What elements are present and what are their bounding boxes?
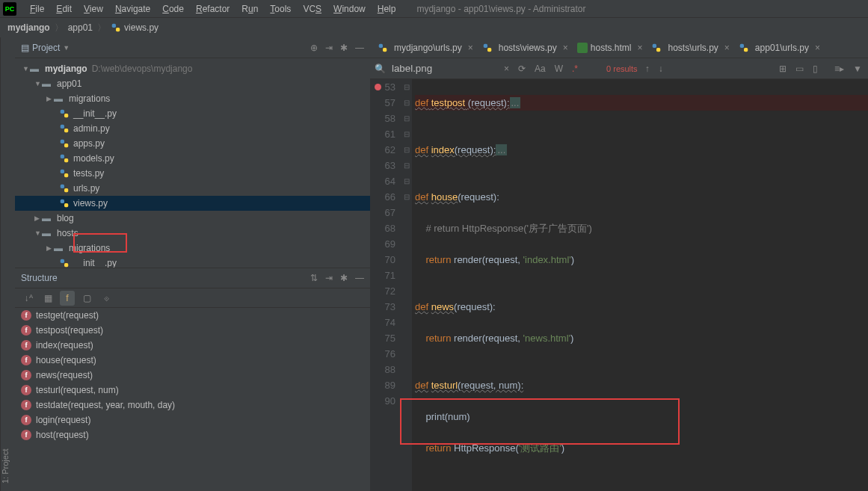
tree-app01[interactable]: app01 xyxy=(57,78,81,89)
project-tree[interactable]: ▼▬mydjangoD:\web\devops\mydjango ▼▬app01… xyxy=(15,58,370,268)
hide-icon[interactable]: — xyxy=(355,43,364,53)
structure-list[interactable]: ftestget(request) ftestpost(request) fin… xyxy=(15,308,370,491)
title-bar: PC File Edit View Navigate Code Refactor… xyxy=(0,0,868,18)
svg-rect-20 xyxy=(483,43,487,47)
tab-hosts-html[interactable]: hosts.html× xyxy=(573,38,647,58)
tree-migrations[interactable]: migrations xyxy=(69,93,110,104)
pycharm-logo: PC xyxy=(3,2,16,16)
breadcrumb-project[interactable]: mydjango xyxy=(7,22,50,33)
struct-index[interactable]: index(request) xyxy=(36,340,93,351)
struct-testpost[interactable]: testpost(request) xyxy=(36,325,103,336)
svg-rect-14 xyxy=(61,200,64,203)
struct-login[interactable]: login(request) xyxy=(36,415,90,425)
tree-hosts[interactable]: hosts xyxy=(57,228,79,238)
menu-file[interactable]: File xyxy=(24,4,50,14)
autoscroll-icon[interactable]: ⟐ xyxy=(99,291,114,306)
structure-hide-icon[interactable]: — xyxy=(355,273,364,283)
menu-navigate[interactable]: Navigate xyxy=(109,4,156,14)
struct-testget[interactable]: testget(request) xyxy=(36,310,99,321)
tree-views[interactable]: views.py xyxy=(73,198,108,209)
menu-vcs[interactable]: VCS xyxy=(297,4,327,14)
locate-icon[interactable]: ⊕ xyxy=(310,43,318,53)
menu-run[interactable]: Run xyxy=(236,4,264,14)
tree-hosts-init[interactable]: __init__.py xyxy=(73,258,117,268)
show-inherited-icon[interactable]: ▢ xyxy=(79,291,94,306)
filter-icon[interactable]: ▼ xyxy=(852,64,864,74)
select-all-icon[interactable]: ▭ xyxy=(794,64,805,74)
struct-testdate[interactable]: testdate(request, year, mouth, day) xyxy=(36,400,175,410)
sort-alpha-icon[interactable]: ↓ᴬ xyxy=(21,291,36,306)
find-bar: 🔍 × ⟳ Aa W .* 0 results ↑ ↓ ⊞ ▭ ▯ ≡▸ ▼ xyxy=(370,58,868,79)
tree-apps[interactable]: apps.py xyxy=(73,138,105,149)
menu-tools[interactable]: Tools xyxy=(264,4,297,14)
menu-code[interactable]: Code xyxy=(156,4,190,14)
fold-gutter[interactable]: ⊟⊟⊟⊟⊟⊟⊟⊟ xyxy=(401,79,412,491)
menu-refactor[interactable]: Refactor xyxy=(190,4,236,14)
struct-host[interactable]: host(request) xyxy=(36,430,89,440)
tree-init[interactable]: __init__.py xyxy=(73,108,117,119)
structure-settings-icon[interactable]: ✱ xyxy=(340,273,348,283)
find-settings-icon[interactable]: ≡▸ xyxy=(833,64,846,74)
code-editor[interactable]: 53 57 58 61 62 63 64 66 67 68 69 70 71 7… xyxy=(370,79,868,491)
menu-help[interactable]: Help xyxy=(372,4,402,14)
svg-rect-1 xyxy=(116,28,120,31)
struct-testurl[interactable]: testurl(request, num) xyxy=(36,385,119,395)
settings-icon[interactable]: ✱ xyxy=(340,43,348,53)
clear-icon[interactable]: × xyxy=(502,64,511,74)
svg-rect-13 xyxy=(64,188,68,192)
structure-sort-icon[interactable]: ⇅ xyxy=(310,273,318,283)
tree-hosts-migrations[interactable]: migrations xyxy=(69,243,110,253)
left-toolbar[interactable]: 1: Project xyxy=(0,37,15,491)
next-match-icon[interactable]: ↓ xyxy=(657,64,665,74)
search-icon: 🔍 xyxy=(375,64,386,74)
tree-models[interactable]: models.py xyxy=(73,153,114,164)
collapse-icon[interactable]: ⇥ xyxy=(325,43,333,53)
menu-edit[interactable]: Edit xyxy=(50,4,78,14)
python-file-icon xyxy=(111,22,121,33)
svg-rect-0 xyxy=(112,24,116,28)
find-input[interactable] xyxy=(392,63,496,74)
svg-rect-2 xyxy=(61,110,64,114)
tree-tests[interactable]: tests.py xyxy=(73,168,104,179)
add-selection-icon[interactable]: ⊞ xyxy=(778,64,788,74)
show-members-icon[interactable]: ▦ xyxy=(40,291,55,306)
tab-app01-urls[interactable]: app01\urls.py× xyxy=(734,38,825,58)
menu-view[interactable]: View xyxy=(78,4,109,14)
structure-expand-icon[interactable]: ⇥ xyxy=(325,273,333,283)
structure-panel-header: Structure ⇅ ⇥ ✱ — xyxy=(15,268,370,288)
tab-hosts-views[interactable]: hosts\views.py× xyxy=(478,38,573,58)
breadcrumb-file[interactable]: views.py xyxy=(124,22,158,33)
tree-root[interactable]: mydjango xyxy=(45,64,87,74)
project-view-title[interactable]: Project xyxy=(32,43,60,53)
line-gutter[interactable]: 53 57 58 61 62 63 64 66 67 68 69 70 71 7… xyxy=(370,79,401,491)
struct-news[interactable]: news(request) xyxy=(36,370,93,380)
tree-admin[interactable]: admin.py xyxy=(73,123,110,134)
regex-toggle-icon[interactable]: .* xyxy=(570,64,579,74)
show-fields-icon[interactable]: f xyxy=(60,291,75,306)
html-file-icon xyxy=(577,43,588,53)
prev-match-icon[interactable]: ↑ xyxy=(644,64,651,74)
remove-selection-icon[interactable]: ▯ xyxy=(811,64,819,74)
find-results: 0 results xyxy=(606,64,638,73)
window-title: mydjango - app01\views.py - Administrato… xyxy=(416,4,585,14)
svg-rect-16 xyxy=(61,259,64,263)
breadcrumb: mydjango 〉 app01 〉 views.py xyxy=(0,18,868,37)
tree-urls[interactable]: urls.py xyxy=(73,183,99,194)
close-icon[interactable]: × xyxy=(468,43,473,53)
source-code[interactable]: def testpost (request):... def index(req… xyxy=(412,79,868,491)
svg-rect-17 xyxy=(64,263,68,267)
regex-icon[interactable]: ⟳ xyxy=(517,64,527,74)
svg-rect-15 xyxy=(64,203,68,207)
project-view-icon: ▤ xyxy=(21,43,29,53)
match-case-icon[interactable]: Aa xyxy=(533,64,547,74)
svg-rect-10 xyxy=(61,170,64,173)
struct-house[interactable]: house(request) xyxy=(36,355,96,365)
tab-hosts-urls[interactable]: hosts\urls.py× xyxy=(647,38,733,58)
tab-mydjango-urls[interactable]: mydjango\urls.py× xyxy=(373,38,478,58)
tree-blog[interactable]: blog xyxy=(57,213,74,223)
svg-rect-7 xyxy=(64,143,68,147)
words-icon[interactable]: W xyxy=(553,64,564,74)
menu-window[interactable]: Window xyxy=(327,4,372,14)
breadcrumb-module[interactable]: app01 xyxy=(68,22,93,33)
svg-rect-3 xyxy=(64,114,68,117)
